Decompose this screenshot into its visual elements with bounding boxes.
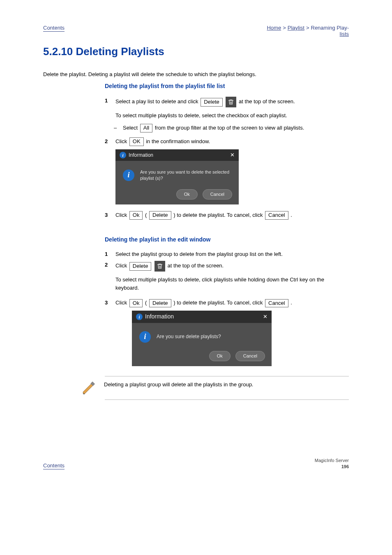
breadcrumb-sep: >	[283, 25, 286, 31]
step-text: at the top of the screen.	[168, 263, 224, 269]
step-text: at the top of the screen.	[239, 99, 295, 105]
step-text: .	[291, 212, 292, 218]
dialog-message: Are you sure you want to delete the sele…	[140, 169, 231, 181]
cancel-button-ref: Cancel	[265, 299, 288, 308]
ok-button[interactable]: Ok	[176, 189, 198, 200]
step-text: Click	[115, 300, 129, 306]
ok-button[interactable]: Ok	[209, 351, 231, 361]
step-number: 2	[105, 261, 112, 296]
product-name: MagicInfo Server	[315, 457, 349, 463]
group1-heading: Deleting the playlist from the playlist …	[105, 83, 349, 89]
step-text: (	[145, 300, 147, 306]
subtip-text: from the group filter at the top of the …	[155, 125, 304, 131]
cancel-button-ref: Cancel	[265, 211, 288, 220]
ok-button-ref: OK	[129, 137, 144, 146]
page: Contents Home > Playlist > Renaming Play…	[0, 0, 392, 486]
step-text: in the confirmation window.	[146, 138, 210, 144]
delete-button-ref: Delete	[201, 98, 223, 107]
step: 3 Click Ok ( Delete ) to delete the play…	[105, 211, 349, 220]
ok-button-ref: Ok	[129, 211, 143, 220]
confirm-dialog-screenshot: i Information ✕ i Are you sure delete pl…	[132, 311, 272, 366]
step: 1 Select a play list to delete and click…	[105, 97, 349, 135]
step: 2 Click Delete at the top of the screen.…	[105, 261, 349, 296]
close-icon[interactable]: ✕	[230, 151, 235, 159]
trash-icon	[226, 97, 236, 107]
all-button-ref: All	[140, 124, 152, 132]
breadcrumb: Home > Playlist > Renaming Play- lists	[267, 25, 349, 37]
step: 1 Select the playlist group to delete fr…	[105, 250, 349, 258]
delete-button-ref: Delete	[149, 211, 171, 220]
step-text: (	[145, 212, 147, 218]
trash-icon	[154, 261, 165, 272]
note-text: Deleting a playlist group will delete al…	[104, 381, 253, 389]
delete-button-ref: Delete	[149, 299, 171, 308]
cancel-button[interactable]: Cancel	[235, 351, 265, 361]
step-text: Select the playlist group to delete from…	[115, 250, 349, 258]
dialog-titlebar: i Information ✕	[115, 149, 239, 161]
info-icon: i	[120, 152, 126, 158]
page-number: 196	[315, 464, 349, 469]
step-number: 3	[105, 211, 112, 220]
step-text: Click	[115, 138, 129, 144]
group-filelist: Deleting the playlist from the playlist …	[105, 83, 349, 220]
info-icon: i	[139, 331, 151, 343]
page-header: Contents Home > Playlist > Renaming Play…	[43, 25, 349, 37]
info-icon: i	[123, 170, 134, 181]
breadcrumb-home[interactable]: Home	[267, 25, 281, 31]
breadcrumb-sep: >	[306, 25, 309, 31]
confirm-dialog-screenshot: i Information ✕ i Are you sure you want …	[115, 149, 239, 204]
footer-meta: MagicInfo Server 196	[315, 457, 349, 469]
pencil-icon	[80, 381, 97, 395]
breadcrumb-playlist[interactable]: Playlist	[288, 25, 304, 31]
step: 3 Click Ok ( Delete ) to delete the play…	[105, 299, 349, 370]
step: 2 Click OK in the confirmation window. i…	[105, 137, 349, 209]
step-number: 1	[105, 250, 112, 258]
dialog-title: Information	[129, 151, 153, 159]
tip-text: To select multiple playlists to delete, …	[115, 111, 349, 120]
step-text: .	[291, 300, 292, 306]
note-box: Deleting a playlist group will delete al…	[105, 376, 349, 400]
step-text: Click	[115, 263, 129, 269]
step-number: 2	[105, 137, 112, 209]
step-text: ) to delete the playlist. To cancel, cli…	[173, 212, 264, 218]
delete-button-ref: Delete	[129, 262, 152, 271]
breadcrumb-current-b: lists	[340, 31, 349, 37]
group-editwindow: Deleting the playlist in the edit window…	[105, 236, 349, 400]
dialog-title: Information	[145, 312, 174, 321]
group2-heading: Deleting the playlist in the edit window	[105, 236, 349, 243]
dialog-message: Are you sure delete playlists?	[157, 334, 221, 340]
info-icon: i	[136, 313, 143, 320]
header-contents-link[interactable]: Contents	[43, 25, 65, 32]
page-footer: Contents MagicInfo Server 196	[43, 457, 349, 469]
intro-text: Delete the playlist. Deleting a playlist…	[43, 70, 349, 79]
ok-button-ref: Ok	[129, 299, 143, 308]
dialog-titlebar: i Information ✕	[132, 311, 272, 323]
step-number: 3	[105, 299, 112, 370]
tip-text: To select multiple playlists to delete, …	[115, 276, 349, 292]
footer-contents-link[interactable]: Contents	[43, 462, 65, 469]
step-text: Select a play list to delete and click	[115, 99, 200, 105]
step-text: Click	[115, 212, 129, 218]
step-text: ) to delete the playlist. To cancel, cli…	[173, 300, 264, 306]
svg-marker-1	[83, 394, 85, 395]
breadcrumb-current-a: Renaming Play-	[311, 25, 349, 31]
section-title: 5.2.10 Deleting Playlists	[43, 45, 349, 58]
cancel-button[interactable]: Cancel	[203, 189, 232, 200]
close-icon[interactable]: ✕	[263, 313, 267, 321]
subtip-text: Select	[123, 125, 139, 131]
step-number: 1	[105, 97, 112, 135]
